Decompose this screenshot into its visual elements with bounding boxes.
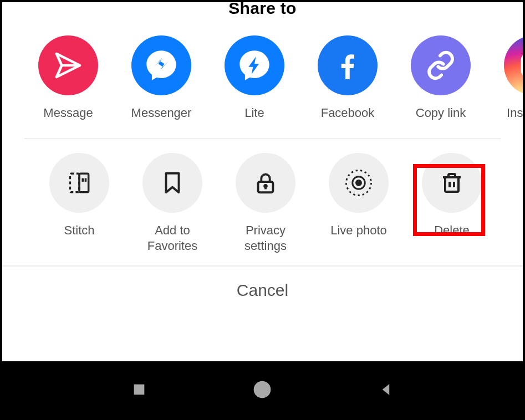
- cancel-section: Cancel: [2, 265, 523, 316]
- lock-icon: [236, 153, 295, 213]
- action-stitch[interactable]: Stitch: [33, 153, 126, 254]
- trash-icon: [422, 153, 482, 213]
- share-label: Message: [43, 105, 93, 121]
- svg-point-19: [257, 385, 267, 395]
- instagram-icon: [504, 35, 523, 95]
- share-instagram[interactable]: Instagram: [487, 35, 523, 121]
- share-label: Messenger: [131, 105, 192, 121]
- action-live-photo[interactable]: Live photo: [312, 153, 405, 254]
- nav-back-icon[interactable]: [378, 381, 394, 398]
- svg-rect-17: [134, 385, 144, 395]
- share-sheet: Share to Message Messenger Lite Facebook: [2, 2, 523, 365]
- action-delete[interactable]: Delete: [405, 153, 498, 254]
- divider: [24, 138, 501, 139]
- stitch-icon: [49, 153, 109, 213]
- action-favorites[interactable]: Add to Favorites: [126, 153, 219, 254]
- svg-point-13: [356, 180, 361, 185]
- share-messenger-lite[interactable]: Lite: [208, 35, 301, 121]
- actions-row: Stitch Add to Favorites Privacy settings…: [2, 144, 523, 265]
- svg-rect-5: [79, 173, 89, 192]
- live-photo-icon: [329, 153, 389, 213]
- share-targets-row: Message Messenger Lite Facebook Copy lin: [2, 18, 523, 132]
- share-label: Instagram: [507, 105, 523, 121]
- svg-point-9: [264, 185, 267, 187]
- action-privacy[interactable]: Privacy settings: [219, 153, 312, 254]
- action-label: Stitch: [64, 223, 94, 239]
- share-messenger[interactable]: Messenger: [115, 35, 208, 121]
- action-label: Privacy settings: [244, 223, 287, 254]
- svg-rect-1: [522, 54, 523, 77]
- sheet-title: Share to: [2, 0, 523, 18]
- svg-rect-4: [70, 173, 79, 192]
- action-label: Live photo: [330, 223, 387, 239]
- nav-recents-icon[interactable]: [131, 382, 147, 397]
- messenger-icon: [131, 35, 191, 95]
- action-label: Delete: [434, 223, 470, 239]
- bookmark-icon: [142, 153, 202, 213]
- cancel-button[interactable]: Cancel: [2, 281, 523, 300]
- share-label: Copy link: [416, 105, 466, 121]
- share-copy-link[interactable]: Copy link: [394, 35, 487, 121]
- nav-home-icon[interactable]: [252, 380, 272, 399]
- copy-link-icon: [411, 35, 471, 95]
- action-label: Add to Favorites: [147, 223, 197, 254]
- share-message[interactable]: Message: [22, 35, 115, 121]
- facebook-icon: [318, 35, 378, 95]
- message-icon: [38, 35, 98, 95]
- share-label: Lite: [244, 105, 264, 121]
- svg-rect-14: [445, 177, 458, 192]
- android-navbar: [2, 361, 523, 418]
- share-facebook[interactable]: Facebook: [301, 35, 394, 121]
- share-label: Facebook: [321, 105, 375, 121]
- messenger-lite-icon: [225, 35, 284, 95]
